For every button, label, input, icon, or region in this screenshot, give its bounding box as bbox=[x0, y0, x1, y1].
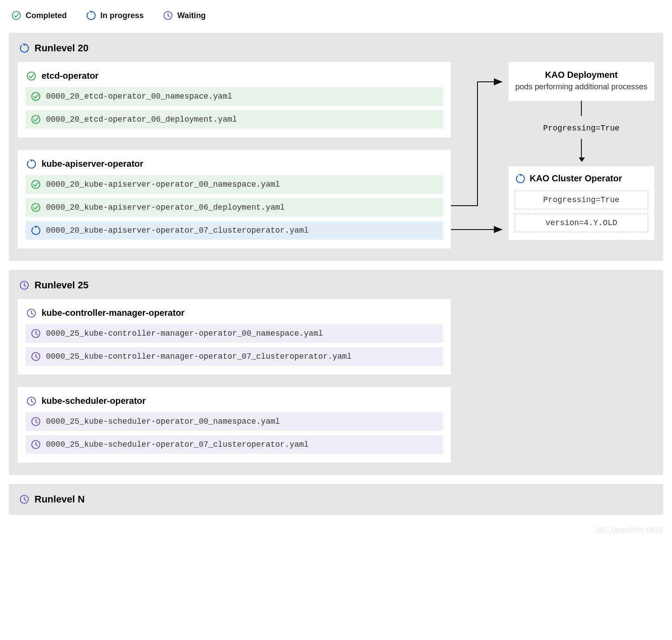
completed-icon bbox=[27, 71, 36, 81]
completed-icon bbox=[11, 11, 21, 20]
runlevel-header: Runlevel N bbox=[18, 491, 654, 507]
waiting-icon bbox=[31, 417, 41, 426]
inprogress-icon bbox=[86, 11, 96, 20]
manifest-file: 0000_20_kube-apiserver-operator_06_deplo… bbox=[46, 203, 285, 212]
operator-card-etcd: etcd-operator 0000_20_etcd-operator_00_n… bbox=[18, 62, 451, 138]
completed-icon bbox=[31, 203, 41, 212]
legend-inprogress: In progress bbox=[86, 11, 144, 20]
manifest-file: 0000_20_kube-apiserver-operator_07_clust… bbox=[46, 226, 309, 235]
operator-card-ks: kube-scheduler-operator 0000_25_kube-sch… bbox=[18, 387, 451, 463]
kao-cluster-operator-card: KAO Cluster Operator Progressing=True ve… bbox=[508, 166, 654, 240]
manifest-row: 0000_25_kube-scheduler-operator_07_clust… bbox=[26, 435, 443, 454]
manifest-row: 0000_20_kube-apiserver-operator_07_clust… bbox=[26, 221, 443, 240]
operator-name: kube-scheduler-operator bbox=[42, 396, 146, 406]
runlevel-title: Runlevel N bbox=[34, 494, 85, 505]
operator-name: kube-apiserver-operator bbox=[42, 159, 143, 169]
operator-header: kube-apiserver-operator bbox=[26, 157, 443, 175]
waiting-icon bbox=[27, 396, 36, 406]
operator-name: etcd-operator bbox=[42, 71, 99, 81]
flow-line bbox=[581, 101, 582, 116]
inprogress-icon bbox=[515, 174, 525, 184]
inprogress-icon bbox=[31, 226, 41, 235]
manifest-list: 0000_25_kube-controller-manager-operator… bbox=[26, 324, 443, 366]
inprogress-icon bbox=[19, 43, 29, 53]
operator-header: kube-controller-manager-operator bbox=[26, 306, 443, 324]
manifest-row: 0000_20_kube-apiserver-operator_00_names… bbox=[26, 175, 443, 194]
cluster-version-chip: version=4.Y.OLD bbox=[515, 214, 648, 232]
operator-card-kao: kube-apiserver-operator 0000_20_kube-api… bbox=[18, 150, 451, 249]
runlevel-25: Runlevel 25 kube-controller-manager-oper… bbox=[9, 270, 663, 475]
manifest-row: 0000_25_kube-controller-manager-operator… bbox=[26, 324, 443, 343]
manifest-file: 0000_20_kube-apiserver-operator_00_names… bbox=[46, 180, 280, 189]
completed-icon bbox=[31, 180, 41, 189]
inprogress-icon bbox=[27, 159, 36, 169]
manifest-row: 0000_20_etcd-operator_00_namespace.yaml bbox=[26, 87, 443, 106]
waiting-icon bbox=[31, 440, 41, 449]
manifest-file: 0000_25_kube-controller-manager-operator… bbox=[46, 352, 351, 361]
legend-label: Waiting bbox=[177, 11, 206, 20]
waiting-icon bbox=[19, 280, 29, 290]
completed-icon bbox=[31, 115, 41, 124]
manifest-file: 0000_25_kube-controller-manager-operator… bbox=[46, 329, 323, 338]
legend-label: In progress bbox=[100, 11, 144, 20]
runlevel-20: Runlevel 20 etcd-operator 0000_20_etcd-o… bbox=[9, 33, 663, 261]
waiting-icon bbox=[19, 494, 29, 504]
manifest-row: 0000_20_kube-apiserver-operator_06_deplo… bbox=[26, 198, 443, 217]
manifest-file: 0000_25_kube-scheduler-operator_00_names… bbox=[46, 417, 280, 426]
flow-arrow-icon bbox=[581, 139, 582, 161]
waiting-icon bbox=[31, 329, 41, 338]
runlevel-n: Runlevel N bbox=[9, 484, 663, 515]
cluster-title-row: KAO Cluster Operator bbox=[515, 172, 648, 186]
cluster-progressing-chip: Progressing=True bbox=[515, 191, 648, 209]
manifest-file: 0000_20_etcd-operator_06_deployment.yaml bbox=[46, 115, 237, 124]
manifest-row: 0000_25_kube-scheduler-operator_00_names… bbox=[26, 412, 443, 431]
operator-name: kube-controller-manager-operator bbox=[42, 308, 184, 318]
footer-watermark: 341_OpenShift_0623 bbox=[9, 524, 663, 535]
runlevel-title: Runlevel 25 bbox=[34, 280, 88, 291]
edge-label: Progressing=True bbox=[543, 121, 620, 134]
waiting-icon bbox=[27, 308, 36, 318]
waiting-icon bbox=[163, 11, 173, 20]
manifest-list: 0000_20_kube-apiserver-operator_00_names… bbox=[26, 175, 443, 240]
operator-card-kcm: kube-controller-manager-operator 0000_25… bbox=[18, 299, 451, 375]
operator-header: etcd-operator bbox=[26, 69, 443, 87]
legend-completed: Completed bbox=[11, 11, 67, 20]
legend-label: Completed bbox=[26, 11, 67, 20]
kao-deployment-card: KAO Deployment pods performing additiona… bbox=[508, 62, 654, 101]
cluster-title: KAO Cluster Operator bbox=[530, 173, 622, 184]
manifest-list: 0000_20_etcd-operator_00_namespace.yaml … bbox=[26, 87, 443, 129]
manifest-row: 0000_20_etcd-operator_06_deployment.yaml bbox=[26, 110, 443, 129]
legend-waiting: Waiting bbox=[163, 11, 206, 20]
status-legend: Completed In progress Waiting bbox=[9, 9, 663, 33]
manifest-file: 0000_20_etcd-operator_00_namespace.yaml bbox=[46, 92, 232, 101]
completed-icon bbox=[31, 92, 41, 101]
runlevel-header: Runlevel 20 bbox=[18, 40, 654, 62]
manifest-file: 0000_25_kube-scheduler-operator_07_clust… bbox=[46, 440, 309, 449]
kao-deployment-title: KAO Deployment bbox=[514, 70, 649, 80]
operator-header: kube-scheduler-operator bbox=[26, 394, 443, 412]
manifest-row: 0000_25_kube-controller-manager-operator… bbox=[26, 347, 443, 366]
manifest-list: 0000_25_kube-scheduler-operator_00_names… bbox=[26, 412, 443, 454]
kao-deployment-subtitle: pods performing additional processes bbox=[514, 82, 649, 92]
runlevel-title: Runlevel 20 bbox=[34, 42, 88, 54]
runlevel-header: Runlevel 25 bbox=[18, 277, 654, 299]
waiting-icon bbox=[31, 352, 41, 361]
